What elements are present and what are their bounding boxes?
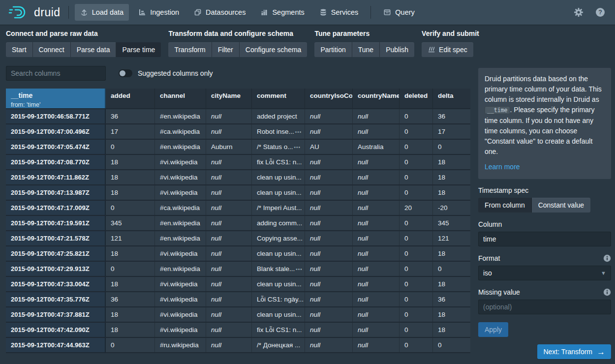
table-row: 2015-09-12T00:47:29.913Z0#en.wikipedianu… bbox=[6, 262, 470, 276]
nav-item-load-data[interactable]: Load data bbox=[75, 4, 129, 21]
apply-button[interactable]: Apply bbox=[478, 322, 508, 337]
step-button-edit-spec[interactable]: Edit spec bbox=[422, 42, 473, 57]
show-more-icon[interactable]: ••• bbox=[296, 267, 303, 272]
column-header-countryName[interactable]: countryName bbox=[353, 89, 400, 108]
cell-cityName: null bbox=[206, 246, 252, 261]
main-nav: Load dataIngestionDatasourcesSegmentsSer… bbox=[75, 4, 420, 21]
gear-icon[interactable] bbox=[571, 5, 586, 20]
suggested-columns-toggle[interactable] bbox=[119, 69, 132, 77]
cell-countryIsoCode: null bbox=[305, 277, 353, 291]
services-icon bbox=[319, 8, 327, 16]
missing-value-input[interactable] bbox=[478, 300, 611, 314]
cell-cityName: null bbox=[206, 338, 252, 352]
time-column-header[interactable]: __timefrom: 'time' bbox=[6, 89, 106, 108]
nav-item-ingestion[interactable]: Ingestion bbox=[133, 4, 184, 21]
format-select[interactable]: iso ▼ bbox=[478, 266, 611, 280]
cell-countryIsoCode: null bbox=[305, 292, 353, 306]
time-cell: 2015-09-12T00:47:21.578Z bbox=[6, 231, 106, 245]
cell-cityName: null bbox=[206, 231, 252, 245]
next-transform-button[interactable]: Next: Transform → bbox=[537, 344, 611, 359]
cell-deleted: 0 bbox=[400, 277, 433, 291]
constant-value-button[interactable]: Constant value bbox=[532, 198, 590, 212]
step-button-configure-schema[interactable]: Configure schema bbox=[240, 42, 308, 57]
cell-comment: /* Status o...••• bbox=[252, 140, 305, 154]
column-header-cityName[interactable]: cityName bbox=[206, 89, 252, 108]
table-row: 2015-09-12T00:47:13.987Z18#vi.wikipedian… bbox=[6, 185, 470, 200]
nav-item-segments[interactable]: Segments bbox=[255, 4, 309, 21]
step-button-start[interactable]: Start bbox=[6, 42, 33, 57]
help-icon[interactable]: ? bbox=[593, 5, 608, 20]
chevron-down-icon: ▼ bbox=[601, 270, 606, 276]
step-group: Transform data and configure schemaTrans… bbox=[168, 30, 307, 57]
step-button-parse-time[interactable]: Parse time bbox=[116, 42, 161, 57]
cell-comment: added project bbox=[252, 109, 305, 123]
step-group-title: Tune parameters bbox=[314, 30, 414, 37]
cell-countryName: null bbox=[353, 277, 400, 291]
cell-channel: #en.wikipedia bbox=[155, 216, 206, 230]
cell-channel: #en.wikipedia bbox=[155, 109, 206, 123]
cell-comment: Blank stale...••• bbox=[252, 262, 305, 276]
cell-comment: /* Донецкая ... bbox=[252, 338, 305, 352]
cell-delta: 0 bbox=[433, 262, 470, 276]
navbar-divider bbox=[370, 6, 371, 19]
step-button-tune[interactable]: Tune bbox=[352, 42, 380, 57]
format-info-icon[interactable] bbox=[603, 254, 611, 262]
cell-countryName: null bbox=[353, 201, 400, 215]
step-button-filter[interactable]: Filter bbox=[212, 42, 240, 57]
column-header-deleted[interactable]: deleted bbox=[400, 89, 433, 108]
search-input[interactable] bbox=[6, 66, 106, 81]
step-group: Verify and submitEdit spec bbox=[422, 30, 479, 57]
cell-added: 17 bbox=[106, 124, 155, 139]
nav-item-label: Ingestion bbox=[150, 8, 179, 16]
nav-item-query[interactable]: Query bbox=[378, 4, 420, 21]
cell-delta: 17 bbox=[433, 124, 470, 139]
cell-deleted: 0 bbox=[400, 216, 433, 230]
step-button-parse-data[interactable]: Parse data bbox=[71, 42, 117, 57]
nav-item-services[interactable]: Services bbox=[314, 4, 364, 21]
from-column-button[interactable]: From column bbox=[478, 198, 532, 212]
step-button-transform[interactable]: Transform bbox=[168, 42, 212, 57]
cell-countryIsoCode: null bbox=[305, 201, 353, 215]
cell-comment: clean up usin... bbox=[252, 170, 305, 184]
cell-channel: #ru.wikipedia bbox=[155, 338, 206, 352]
missing-value-info-icon[interactable] bbox=[603, 288, 611, 296]
show-more-icon[interactable]: ••• bbox=[295, 129, 302, 135]
table-row: 2015-09-12T00:47:33.004Z18#vi.wikipedian… bbox=[6, 277, 470, 291]
step-button-label: Edit spec bbox=[439, 46, 467, 54]
column-input[interactable] bbox=[478, 232, 611, 246]
nav-item-datasources[interactable]: Datasources bbox=[188, 4, 251, 21]
column-header-comment[interactable]: comment bbox=[252, 89, 305, 108]
column-header-added[interactable]: added bbox=[106, 89, 155, 108]
step-button-label: Tune bbox=[358, 46, 373, 54]
learn-more-link[interactable]: Learn more bbox=[485, 162, 520, 172]
column-header-countryIsoCode[interactable]: countryIsoCode bbox=[305, 89, 353, 108]
cell-countryName: null bbox=[353, 109, 400, 123]
cell-delta: 0 bbox=[433, 140, 470, 154]
cell-deleted: 0 bbox=[400, 170, 433, 184]
column-header-channel[interactable]: channel bbox=[155, 89, 206, 108]
show-more-icon[interactable]: ••• bbox=[294, 145, 301, 150]
step-button-connect[interactable]: Connect bbox=[33, 42, 71, 57]
cell-cityName: null bbox=[206, 170, 252, 184]
segments-icon bbox=[260, 8, 268, 16]
step-button-partition[interactable]: Partition bbox=[314, 42, 352, 57]
step-button-publish[interactable]: Publish bbox=[380, 42, 414, 57]
step-group: Connect and parse raw dataStartConnectPa… bbox=[6, 30, 161, 57]
table-row: 2015-09-12T00:47:21.578Z121#en.wikipedia… bbox=[6, 231, 470, 245]
step-button-label: Parse time bbox=[122, 46, 155, 54]
cell-added: 36 bbox=[106, 292, 155, 306]
cell-added: 36 bbox=[106, 109, 155, 123]
cell-countryName: null bbox=[353, 246, 400, 261]
table-toolbar: Suggested columns only bbox=[6, 66, 213, 81]
druid-logo[interactable]: druid bbox=[7, 5, 62, 20]
time-cell: 2015-09-12T00:47:13.987Z bbox=[6, 185, 106, 200]
step-group: Tune parametersPartitionTunePublish bbox=[314, 30, 414, 57]
cell-countryName: null bbox=[353, 338, 400, 352]
cell-countryIsoCode: null bbox=[305, 170, 353, 184]
cell-deleted: 0 bbox=[400, 124, 433, 139]
column-header-delta[interactable]: delta bbox=[433, 89, 470, 108]
svg-text:?: ? bbox=[598, 9, 602, 16]
table-row: 2015-09-12T00:47:17.009Z0#ca.wikipedianu… bbox=[6, 201, 470, 215]
step-nav: Connect and parse raw dataStartConnectPa… bbox=[6, 30, 487, 57]
cell-countryName: null bbox=[353, 170, 400, 184]
